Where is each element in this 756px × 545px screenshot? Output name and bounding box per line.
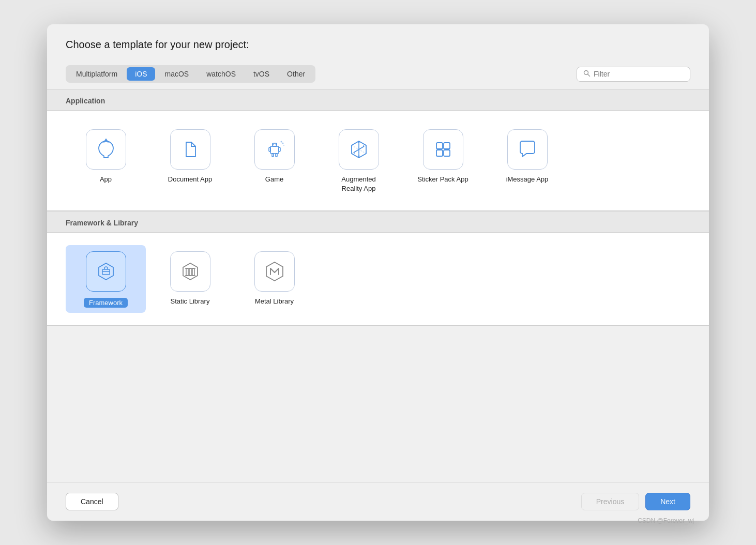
svg-point-12 [280,141,282,143]
game-label: Game [265,175,283,184]
tab-macos[interactable]: macOS [156,67,197,81]
footer-right-buttons: Previous Next [581,493,690,510]
template-sticker-pack[interactable]: Sticker Pack App [403,123,483,198]
application-template-grid: App Document App [66,123,690,198]
previous-button[interactable]: Previous [581,493,639,510]
template-static-library[interactable]: Static Library [150,245,230,313]
svg-rect-28 [436,150,443,156]
static-library-label: Static Library [171,297,210,306]
svg-rect-9 [272,154,274,157]
svg-line-20 [359,146,364,149]
filter-wrap [577,67,690,82]
document-app-icon-wrap [170,129,210,170]
tab-watchos[interactable]: watchOS [198,67,244,81]
metal-library-label: Metal Library [255,297,294,306]
metal-library-icon-wrap [254,251,295,292]
next-button[interactable]: Next [645,493,690,510]
game-icon-wrap [254,129,295,170]
framework-library-content: Framework [47,233,709,326]
application-section-content: App Document App [47,111,709,211]
svg-line-1 [588,74,590,76]
tab-tvos[interactable]: tvOS [245,67,278,81]
svg-line-21 [354,149,359,153]
imessage-label: iMessage App [506,175,549,184]
filter-field[interactable] [577,67,690,82]
new-project-dialog: Choose a template for your new project: … [47,24,709,521]
svg-point-13 [283,145,284,146]
svg-point-5 [272,144,273,145]
svg-point-11 [282,143,283,144]
svg-rect-26 [436,143,443,149]
svg-rect-36 [192,268,194,276]
svg-rect-27 [444,143,450,149]
app-icon-wrap [86,129,126,170]
svg-rect-35 [189,268,191,276]
svg-marker-39 [266,262,283,281]
svg-marker-33 [183,263,198,280]
framework-library-header: Framework & Library [47,211,709,233]
dialog-footer: Cancel Previous Next [47,482,709,521]
template-ar-app[interactable]: AugmentedReality App [319,123,399,198]
tab-other[interactable]: Other [279,67,313,81]
template-imessage[interactable]: iMessage App [487,123,567,198]
template-app[interactable]: App [66,123,146,198]
tab-multiplatform[interactable]: Multiplatform [68,67,126,81]
tab-bar: Multiplatform iOS macOS watchOS tvOS Oth… [47,59,709,89]
dialog-title: Choose a template for your new project: [66,39,249,50]
svg-point-6 [275,144,276,145]
document-app-label: Document App [168,175,212,184]
template-document-app[interactable]: Document App [150,123,230,198]
template-framework[interactable]: Framework [66,245,146,313]
dialog-header: Choose a template for your new project: [47,24,709,59]
tab-ios[interactable]: iOS [127,67,155,81]
framework-library-section: Framework & Library [47,211,709,326]
framework-template-grid: Framework [66,245,690,313]
svg-rect-34 [186,268,188,276]
filter-icon [583,70,591,79]
svg-rect-10 [276,154,277,157]
svg-rect-31 [102,269,110,275]
svg-rect-8 [279,147,280,152]
ar-app-icon-wrap [339,129,379,170]
application-section: Application App [47,89,709,211]
application-section-header: Application [47,89,709,111]
svg-rect-3 [270,146,279,154]
cancel-button[interactable]: Cancel [66,493,118,510]
framework-label: Framework [84,298,128,308]
static-library-icon-wrap [170,251,210,292]
template-game[interactable]: Game [234,123,314,198]
watermark: CSDN @Forever_wj [638,517,694,524]
tabs-group: Multiplatform iOS macOS watchOS tvOS Oth… [66,65,315,83]
sticker-pack-icon-wrap [423,129,463,170]
ar-app-label: AugmentedReality App [341,175,376,193]
imessage-icon-wrap [507,129,548,170]
sticker-pack-label: Sticker Pack App [417,175,468,184]
svg-rect-29 [444,150,450,156]
filter-input[interactable] [594,70,684,78]
framework-icon-wrap [86,251,126,292]
app-label: App [100,175,112,184]
template-metal-library[interactable]: Metal Library [234,245,314,313]
content-area: Application App [47,89,709,482]
svg-rect-7 [269,147,270,152]
